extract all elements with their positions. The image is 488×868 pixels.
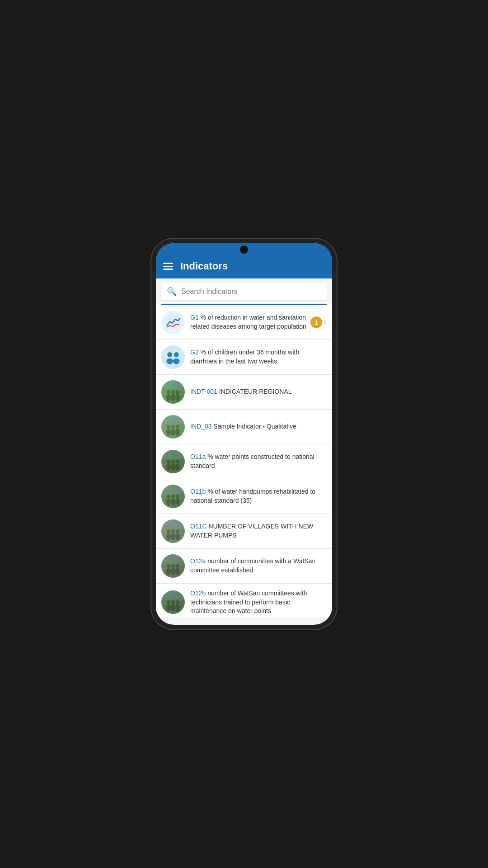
svg-point-56: [167, 600, 170, 604]
list-item[interactable]: O11C NUMBER OF VILLAGES WITH NEW WATER P…: [156, 514, 332, 549]
svg-point-39: [166, 533, 171, 540]
svg-point-31: [166, 498, 171, 505]
svg-point-43: [175, 533, 180, 540]
svg-point-50: [171, 564, 175, 568]
svg-point-52: [176, 564, 179, 568]
avatar-people: [161, 345, 185, 369]
indicator-description: number of WatSan committees with technic…: [190, 590, 307, 614]
svg-point-4: [174, 352, 179, 357]
indicator-text: O11b % of water handpumps rehabilitated …: [190, 487, 327, 505]
svg-point-3: [166, 359, 173, 364]
list-item[interactable]: O12a number of communities with a WatSan…: [156, 549, 332, 584]
indicator-text: O11a % water points constructed to natio…: [190, 453, 327, 470]
svg-point-18: [171, 425, 175, 429]
svg-point-60: [176, 600, 179, 604]
avatar-photo: [161, 485, 185, 508]
svg-rect-61: [161, 590, 185, 599]
svg-rect-29: [161, 450, 185, 459]
list-item[interactable]: INDT-001 INDICATEUR REGIONAL: [156, 375, 332, 410]
svg-point-35: [175, 498, 180, 505]
camera-notch: [240, 245, 248, 254]
list-item[interactable]: G1 % of reduction in water and sanitatio…: [156, 305, 332, 340]
search-bar: 🔍: [161, 283, 327, 300]
list-item[interactable]: O11a % water points constructed to natio…: [156, 444, 332, 479]
indicator-code: O12b: [190, 590, 206, 597]
svg-point-40: [167, 529, 170, 533]
svg-point-7: [166, 394, 171, 401]
avatar-photo: [161, 554, 185, 578]
indicator-code: G2: [190, 349, 199, 356]
app-header: Indicators: [156, 256, 332, 278]
list-item[interactable]: O11b % of water handpumps rehabilitated …: [156, 479, 332, 514]
svg-point-57: [171, 604, 175, 611]
svg-point-9: [171, 394, 175, 401]
svg-rect-37: [161, 485, 185, 494]
indicator-description: % of children under 36 months with diarr…: [190, 349, 299, 365]
indicator-code: IND_03: [190, 423, 211, 430]
svg-point-24: [167, 460, 170, 463]
status-bar: [156, 243, 332, 256]
page-title: Indicators: [180, 260, 228, 272]
svg-point-41: [171, 533, 175, 540]
svg-point-34: [171, 495, 175, 498]
svg-point-25: [171, 463, 175, 471]
svg-point-20: [176, 425, 179, 429]
svg-point-8: [167, 390, 170, 394]
phone-frame: Indicators 🔍 G1 % of reduction in water …: [156, 243, 332, 625]
svg-point-42: [171, 529, 175, 533]
indicator-text: O12a number of communities with a WatSan…: [190, 557, 327, 575]
indicator-text: O11C NUMBER OF VILLAGES WITH NEW WATER P…: [190, 522, 327, 540]
svg-point-51: [175, 568, 180, 575]
svg-point-44: [176, 529, 179, 533]
avatar-photo: [161, 415, 185, 439]
svg-point-26: [171, 460, 175, 463]
indicator-description: INDICATEUR REGIONAL: [219, 388, 292, 395]
svg-rect-21: [161, 415, 185, 424]
indicator-text: O12b number of WatSan committees with te…: [190, 589, 327, 616]
svg-point-17: [171, 429, 175, 436]
avatar-chart: [161, 311, 185, 334]
menu-button[interactable]: [163, 263, 173, 270]
svg-point-59: [175, 604, 180, 611]
search-input[interactable]: [181, 288, 321, 296]
avatar-photo: [161, 519, 185, 543]
svg-rect-13: [161, 380, 185, 389]
badge: 1: [310, 316, 322, 328]
svg-point-55: [166, 604, 171, 611]
indicator-code: O11a: [190, 453, 206, 460]
svg-point-23: [166, 463, 171, 471]
avatar-photo: [161, 450, 185, 473]
svg-point-36: [176, 495, 179, 498]
list-item[interactable]: G2 % of children under 36 months with di…: [156, 340, 332, 375]
avatar-photo: [161, 590, 185, 614]
chevron-right-icon: ›: [324, 318, 327, 327]
indicator-text: INDT-001 INDICATEUR REGIONAL: [190, 387, 327, 396]
indicator-description: % water points constructed to national s…: [190, 453, 314, 469]
svg-point-11: [175, 394, 180, 401]
svg-point-12: [176, 390, 179, 394]
list-item[interactable]: O12b number of WatSan committees with te…: [156, 584, 332, 617]
svg-point-19: [175, 429, 180, 436]
indicator-description: % of water handpumps rehabilitated to na…: [190, 488, 315, 504]
svg-point-15: [166, 429, 171, 436]
indicator-description: NUMBER OF VILLAGES WITH NEW WATER PUMPS: [190, 523, 313, 539]
indicators-list: G1 % of reduction in water and sanitatio…: [156, 305, 332, 617]
list-item[interactable]: IND_03 Sample Indicator - Qualitative: [156, 410, 332, 444]
svg-point-2: [167, 352, 172, 357]
svg-rect-45: [161, 519, 185, 528]
indicator-text: IND_03 Sample Indicator - Qualitative: [190, 422, 327, 431]
svg-point-32: [167, 495, 170, 498]
svg-point-28: [176, 460, 179, 463]
indicator-code: O11b: [190, 488, 206, 495]
indicator-code: O12a: [190, 557, 206, 565]
indicator-description: % of reduction in water and sanitation r…: [190, 314, 306, 330]
indicator-code: INDT-001: [190, 388, 217, 395]
indicator-description: number of communities with a WatSan comm…: [190, 557, 315, 574]
svg-point-58: [171, 600, 175, 604]
svg-point-49: [171, 568, 175, 575]
indicator-code: G1: [190, 314, 199, 321]
indicator-text: G2 % of children under 36 months with di…: [190, 348, 327, 366]
svg-point-10: [171, 390, 175, 394]
svg-point-48: [167, 564, 170, 568]
indicator-description: Sample Indicator - Qualitative: [213, 423, 296, 430]
